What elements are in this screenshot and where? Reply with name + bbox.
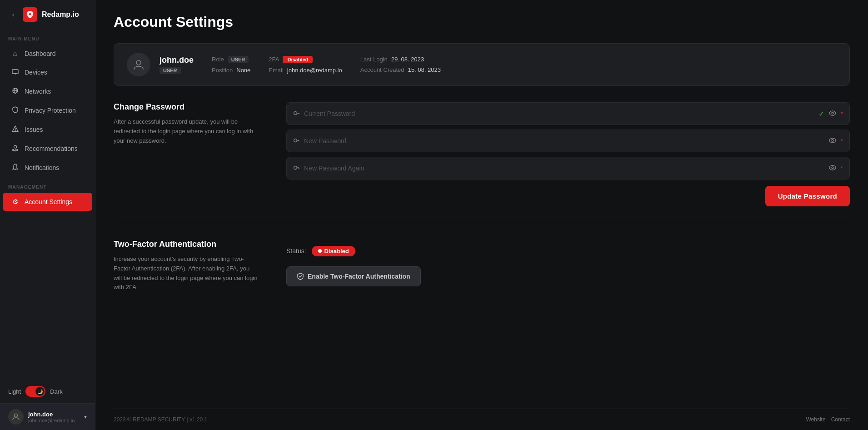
management-label: MANAGEMENT: [0, 177, 95, 192]
svg-point-25: [829, 138, 836, 143]
networks-icon: [11, 87, 19, 95]
twofa-desc: Increase your account's security by enab…: [114, 255, 259, 292]
meta-group-left: Role USER Position None: [212, 56, 250, 74]
profile-identity: john.doe USER: [160, 55, 194, 74]
twofa-section: Two-Factor Authentication Increase your …: [114, 240, 850, 292]
account-created-value: 15. 08. 2023: [408, 66, 441, 73]
sidebar-item-label: Recommendations: [25, 145, 78, 152]
sidebar-item-label: Devices: [25, 69, 47, 76]
change-password-desc: After a successful password update, you …: [114, 117, 259, 145]
website-link[interactable]: Website: [806, 416, 826, 423]
privacy-icon: [11, 106, 19, 115]
svg-point-21: [294, 139, 297, 142]
position-label: Position: [212, 67, 233, 74]
svg-point-10: [15, 150, 16, 151]
sidebar-item-label: Networks: [25, 88, 51, 95]
twofa-row: 2FA Disabled: [269, 56, 342, 63]
sidebar-item-devices[interactable]: Devices: [3, 63, 92, 81]
svg-point-27: [294, 166, 297, 169]
sidebar-item-privacy[interactable]: Privacy Protection: [3, 101, 92, 120]
change-password-section: Change Password After a successful passw…: [114, 102, 850, 223]
sidebar-item-label: Notifications: [25, 164, 59, 171]
new-password-again-input[interactable]: [304, 165, 824, 172]
email-row: Email john.doe@redamp.io: [269, 67, 342, 74]
change-password-left: Change Password After a successful passw…: [114, 102, 259, 206]
meta-group-right: Last Login 29. 08. 2023 Account Created …: [360, 56, 441, 74]
svg-point-26: [832, 140, 833, 141]
light-label: Light: [8, 388, 21, 395]
main-menu-label: MAIN MENU: [0, 29, 95, 44]
svg-point-32: [832, 167, 833, 169]
key-icon-2: [293, 137, 299, 145]
sidebar-item-issues[interactable]: Issues: [3, 120, 92, 139]
eye-icon-3[interactable]: [829, 165, 836, 172]
logo-icon: [23, 7, 37, 22]
key-icon-3: [293, 165, 299, 172]
theme-toggle-area: Light 🌙 Dark: [0, 380, 95, 403]
devices-icon: [11, 68, 19, 76]
profile-avatar: [127, 53, 150, 76]
current-password-input[interactable]: [304, 110, 814, 117]
theme-knob: 🌙: [35, 387, 45, 396]
sidebar-item-dashboard[interactable]: ⌂ Dashboard: [3, 45, 92, 62]
new-password-again-input-row: *: [286, 157, 850, 180]
role-value: USER: [228, 56, 249, 63]
account-settings-icon: ⚙: [11, 198, 19, 206]
profile-username: john.doe: [160, 55, 194, 65]
recommendations-icon: [11, 145, 19, 153]
svg-point-8: [14, 145, 16, 148]
svg-point-13: [15, 414, 18, 417]
twofa-status-value: Disabled: [324, 248, 349, 255]
sidebar-item-account-settings[interactable]: ⚙ Account Settings: [3, 193, 92, 211]
status-dot: [318, 249, 322, 253]
sidebar-item-label: Account Settings: [25, 198, 72, 205]
sidebar-item-recommendations[interactable]: Recommendations: [3, 140, 92, 158]
position-value: None: [236, 67, 250, 74]
shield-check-icon: [297, 273, 304, 280]
twofa-status-badge: Disabled: [312, 246, 355, 256]
svg-point-19: [829, 111, 836, 115]
svg-point-14: [136, 60, 141, 65]
eye-icon[interactable]: [829, 110, 836, 117]
theme-toggle[interactable]: 🌙: [25, 386, 45, 397]
update-password-button[interactable]: Update Password: [765, 186, 850, 206]
email-label: Email: [269, 67, 284, 74]
new-password-input[interactable]: [304, 137, 824, 145]
last-login-row: Last Login 29. 08. 2023: [360, 56, 441, 63]
svg-point-9: [12, 150, 14, 151]
footer: 2023 © REDAMP SECURITY | v1.20.1 Website…: [114, 409, 850, 430]
meta-group-middle: 2FA Disabled Email john.doe@redamp.io: [269, 56, 342, 74]
user-menu[interactable]: john.doe john.doe@redamp.io ▾: [0, 403, 95, 430]
sidebar: ‹ Redamp.io MAIN MENU ⌂ Dashboard Device…: [0, 0, 95, 430]
twofa-right: Status: Disabled Enable Two-Factor Authe…: [286, 240, 850, 292]
twofa-status-label: Status:: [286, 247, 306, 255]
key-icon: [293, 110, 299, 118]
issues-icon: [11, 125, 19, 134]
sidebar-item-notifications[interactable]: Notifications: [3, 159, 92, 177]
back-icon[interactable]: ‹: [8, 10, 18, 20]
enable-2fa-label: Enable Two-Factor Authentication: [308, 273, 410, 280]
eye-icon-2[interactable]: [829, 137, 836, 145]
role-row: Role USER: [212, 56, 250, 63]
twofa-title: Two-Factor Authentication: [114, 240, 259, 249]
enable-2fa-button[interactable]: Enable Two-Factor Authentication: [286, 266, 421, 286]
logo-area[interactable]: ‹ Redamp.io: [0, 0, 95, 29]
position-row: Position None: [212, 67, 250, 74]
copyright: 2023 © REDAMP SECURITY | v1.20.1: [114, 416, 207, 423]
svg-point-20: [832, 112, 833, 114]
change-password-title: Change Password: [114, 102, 259, 112]
account-created-row: Account Created 15. 08. 2023: [360, 66, 441, 73]
svg-point-15: [294, 111, 297, 115]
required-star: *: [841, 110, 843, 117]
check-icon: ✓: [818, 110, 824, 118]
sidebar-item-label: Privacy Protection: [25, 107, 76, 114]
sidebar-item-networks[interactable]: Networks: [3, 82, 92, 100]
main-content: Account Settings john.doe USER Role USER…: [95, 0, 868, 430]
contact-link[interactable]: Contact: [831, 416, 850, 423]
twofa-left: Two-Factor Authentication Increase your …: [114, 240, 259, 292]
current-password-input-row: ✓ *: [286, 102, 850, 125]
notifications-icon: [11, 164, 19, 172]
footer-links: Website Contact: [806, 416, 850, 423]
sidebar-item-label: Issues: [25, 126, 43, 133]
required-star-3: *: [841, 165, 843, 172]
